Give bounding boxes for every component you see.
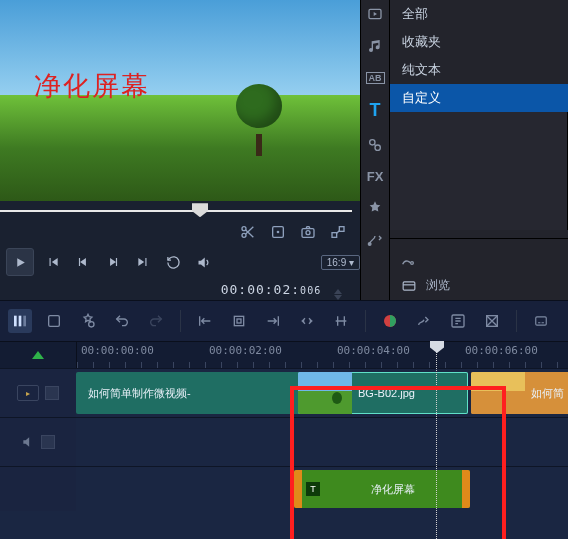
tool-speed-icon[interactable]	[448, 311, 468, 331]
cat-all[interactable]: 全部	[390, 0, 568, 28]
cat-plaintext[interactable]: 纯文本	[390, 56, 568, 84]
tool-options-icon[interactable]	[78, 311, 98, 331]
svg-rect-19	[234, 316, 243, 325]
clip-title-1[interactable]: T 净化屏幕	[294, 470, 470, 508]
svg-point-0	[242, 227, 246, 231]
browse-button[interactable]: 浏览	[390, 271, 568, 300]
svg-rect-15	[19, 316, 22, 327]
audio-tab-icon[interactable]	[367, 38, 383, 54]
clip-label: 净化屏幕	[324, 482, 462, 497]
tool-timeline-mode-icon[interactable]	[8, 309, 32, 333]
svg-point-5	[306, 231, 310, 235]
svg-point-18	[89, 322, 94, 327]
loop-button[interactable]	[162, 249, 184, 275]
svg-rect-25	[536, 317, 547, 325]
clip-thumb	[471, 372, 525, 414]
tool-subtitle-icon[interactable]	[531, 311, 551, 331]
tool-zoom-slider-icon[interactable]	[331, 311, 351, 331]
svg-rect-7	[332, 233, 337, 238]
svg-point-10	[375, 145, 380, 150]
graphics-tab-icon[interactable]	[367, 137, 383, 153]
triangle-up-icon	[32, 351, 44, 359]
aspect-ratio-badge[interactable]: 16:9 ▾	[321, 255, 360, 270]
svg-point-3	[277, 231, 280, 234]
play-button[interactable]	[6, 248, 34, 276]
timeline-ruler[interactable]: 00:00:00:00 00:00:02:00 00:00:04:00 00:0…	[76, 342, 568, 368]
preview-scrubber[interactable]	[0, 201, 360, 219]
clip-video-2[interactable]: BG-B02.jpg	[298, 372, 468, 414]
track-toggle-icon[interactable]	[41, 435, 55, 449]
svg-rect-6	[339, 227, 344, 232]
tool-eyedrop-icon[interactable]	[390, 247, 568, 271]
title-track-lane[interactable]: T 净化屏幕	[76, 467, 568, 511]
scrubber-handle[interactable]	[192, 203, 208, 217]
clip-video-1[interactable]: 如何简单制作微视频-	[76, 372, 300, 414]
title-clip-icon: T	[306, 482, 320, 496]
tool-undo-icon[interactable]	[112, 311, 132, 331]
svg-rect-4	[302, 229, 314, 238]
next-frame-button[interactable]	[102, 249, 124, 275]
preview-title-overlay: 净化屏幕	[34, 68, 150, 104]
video-track-lane[interactable]: 如何简单制作微视频- BG-B02.jpg 如何简	[76, 369, 568, 417]
ruler-label: 00:00:04:00	[337, 344, 410, 357]
marker-icon[interactable]	[270, 224, 286, 240]
preview-viewport[interactable]: 净化屏幕	[0, 0, 360, 201]
timecode-main: 00:00:02:	[221, 282, 300, 297]
svg-rect-14	[14, 316, 17, 327]
tool-color-icon[interactable]	[380, 311, 400, 331]
transition-tab-icon[interactable]: AB	[366, 70, 385, 84]
browse-label: 浏览	[426, 277, 450, 294]
tool-mask-icon[interactable]	[482, 311, 502, 331]
filter-tab-icon[interactable]	[367, 200, 383, 216]
svg-point-11	[368, 243, 371, 246]
clip-label: 如何简单制作微视频-	[82, 386, 197, 401]
video-track-header[interactable]: ▸	[0, 369, 76, 417]
tool-settings-icon[interactable]	[44, 311, 64, 331]
overlay-track-header[interactable]	[0, 418, 76, 466]
title-tab-icon[interactable]: T	[370, 100, 381, 121]
cat-favorites[interactable]: 收藏夹	[390, 28, 568, 56]
title-track-header[interactable]	[0, 467, 76, 511]
timecode-display[interactable]: 00:00:02:006	[221, 279, 342, 300]
timecode-frames: 006	[300, 285, 321, 296]
cat-custom[interactable]: 自定义	[390, 84, 568, 112]
svg-rect-17	[49, 316, 60, 327]
go-start-button[interactable]	[42, 249, 64, 275]
path-tab-icon[interactable]	[367, 232, 383, 248]
tool-motion-icon[interactable]	[414, 311, 434, 331]
timecode-stepper[interactable]	[334, 289, 342, 300]
ruler-label: 00:00:00:00	[81, 344, 154, 357]
track-header-toggle[interactable]	[0, 342, 76, 368]
clip-label: 如何简	[525, 386, 568, 401]
clip-thumb	[298, 372, 352, 414]
tool-fit-left-icon[interactable]	[195, 311, 215, 331]
svg-rect-20	[237, 319, 241, 323]
clip-label: BG-B02.jpg	[352, 387, 421, 399]
ruler-label: 00:00:06:00	[465, 344, 538, 357]
track-toggle-icon[interactable]	[45, 386, 59, 400]
clip-grip-right[interactable]	[462, 470, 470, 508]
svg-point-1	[242, 234, 246, 238]
tool-fit-project-icon[interactable]	[229, 311, 249, 331]
tool-fit-right-icon[interactable]	[263, 311, 283, 331]
fx-tab-icon[interactable]: FX	[367, 169, 384, 184]
go-end-button[interactable]	[132, 249, 154, 275]
split-icon[interactable]	[240, 224, 256, 240]
svg-rect-16	[23, 316, 26, 327]
clip-grip-left[interactable]	[294, 470, 302, 508]
overlay-track-lane[interactable]	[76, 418, 568, 466]
svg-point-9	[370, 140, 375, 145]
volume-button[interactable]	[192, 249, 214, 275]
tool-redo-icon	[146, 311, 166, 331]
clip-video-3[interactable]: 如何简	[471, 372, 568, 414]
ruler-label: 00:00:02:00	[209, 344, 282, 357]
expand-icon[interactable]	[330, 224, 346, 240]
tool-zoom-fit-icon[interactable]	[297, 311, 317, 331]
prev-frame-button[interactable]	[72, 249, 94, 275]
svg-point-12	[411, 262, 414, 265]
media-tab-icon[interactable]	[367, 6, 383, 22]
snapshot-icon[interactable]	[300, 224, 316, 240]
track-video-icon: ▸	[17, 385, 39, 401]
svg-rect-13	[403, 281, 415, 289]
track-audio-icon	[21, 435, 35, 449]
